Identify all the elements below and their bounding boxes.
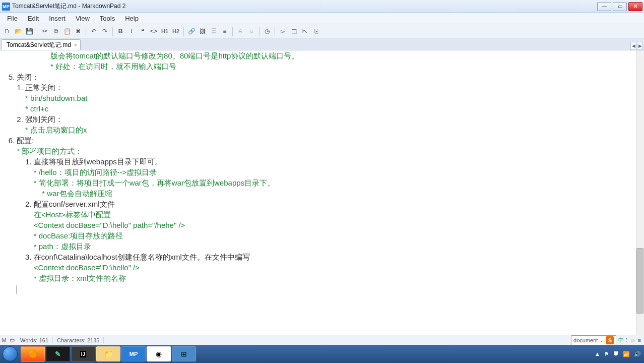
menu-file[interactable]: File bbox=[2, 14, 23, 23]
tray-dots-icon[interactable]: ⁝ bbox=[626, 337, 628, 343]
taskbar-markdownpad[interactable]: MP bbox=[121, 346, 146, 361]
export-icon[interactable]: ⇱ bbox=[300, 26, 310, 36]
tray-menu-icon[interactable]: ≡ bbox=[638, 337, 641, 343]
menu-edit[interactable]: Edit bbox=[23, 14, 44, 23]
code-icon[interactable]: <> bbox=[149, 26, 159, 36]
menu-insert[interactable]: Insert bbox=[44, 14, 71, 23]
tray-volume-icon[interactable]: 🔊 bbox=[634, 351, 641, 357]
browser-icon[interactable]: ⎘ bbox=[311, 26, 321, 36]
taskbar: 🟠 ✎ IJ 📁 MP ◉ ⊞ ▲ ⚑ ⛊ 📶 🔊 bbox=[0, 345, 644, 363]
ime-indicator[interactable]: document ⌄ S bbox=[571, 335, 616, 345]
scroll-thumb[interactable] bbox=[636, 248, 643, 314]
tab-close-icon[interactable]: × bbox=[74, 42, 77, 48]
separator bbox=[183, 27, 184, 36]
copy-icon[interactable]: ⧉ bbox=[51, 26, 61, 36]
menu-tools[interactable]: Tools bbox=[95, 14, 120, 23]
menu-bar: File Edit Insert View Tools Help bbox=[0, 13, 644, 24]
tab-bar: Tomcat&Servlet笔记.md × ◀ ▶ bbox=[0, 38, 644, 50]
text-cursor bbox=[17, 285, 17, 294]
app-icon: MP bbox=[2, 3, 10, 11]
tab-scroll-left-icon[interactable]: ◀ bbox=[630, 42, 636, 50]
start-button[interactable] bbox=[0, 345, 20, 363]
taskbar-intellij[interactable]: IJ bbox=[71, 346, 95, 361]
title-bar: MP Tomcat&Servlet笔记.md - MarkdownPad 2 —… bbox=[0, 0, 644, 13]
editor-area[interactable]: 版会将tomcat的默认端口号修改为80。80端口号是http协议的默认端口号。… bbox=[0, 50, 644, 335]
menu-view[interactable]: View bbox=[71, 14, 95, 23]
minimize-button[interactable]: — bbox=[597, 2, 611, 11]
tab-label: Tomcat&Servlet笔记.md bbox=[7, 41, 71, 49]
separator bbox=[259, 27, 260, 36]
font-small-icon[interactable]: a bbox=[246, 26, 256, 36]
sogou-icon: S bbox=[606, 336, 614, 344]
link-icon[interactable]: 🔗 bbox=[186, 26, 197, 36]
ul-icon[interactable]: ☰ bbox=[209, 26, 219, 36]
tray-up-icon[interactable]: ▲ bbox=[595, 351, 600, 357]
bold-icon[interactable]: B bbox=[115, 26, 125, 36]
ime-doc-label: document bbox=[573, 337, 598, 343]
tray-network-icon[interactable]: 📶 bbox=[623, 351, 630, 357]
tab-document[interactable]: Tomcat&Servlet笔记.md × bbox=[1, 39, 81, 50]
system-tray[interactable]: ▲ ⚑ ⛊ 📶 🔊 bbox=[595, 351, 644, 357]
font-large-icon[interactable]: A bbox=[235, 26, 245, 36]
book-icon: ▭ bbox=[8, 337, 16, 343]
tray-emoji-icon[interactable]: ☺ bbox=[630, 337, 635, 343]
tray-flag-icon[interactable]: ⚑ bbox=[604, 351, 609, 357]
taskbar-app-2[interactable]: ✎ bbox=[46, 346, 70, 361]
image-icon[interactable]: 🖼 bbox=[198, 26, 208, 36]
separator bbox=[232, 27, 233, 36]
quote-icon[interactable]: ❝ bbox=[138, 26, 148, 36]
h2-button[interactable]: H2 bbox=[171, 26, 181, 36]
taskbar-app-1[interactable]: 🟠 bbox=[21, 346, 45, 361]
timestamp-icon[interactable]: ◷ bbox=[262, 26, 272, 36]
char-count: Characters: 2135 bbox=[53, 337, 104, 343]
separator bbox=[86, 27, 86, 36]
word-count: Words: 161 bbox=[16, 337, 53, 343]
markdown-icon: M bbox=[0, 337, 8, 343]
taskbar-app-7[interactable]: ⊞ bbox=[172, 346, 196, 361]
h1-button[interactable]: H1 bbox=[160, 26, 170, 36]
save-icon[interactable]: 💾 bbox=[24, 26, 34, 36]
open-file-icon[interactable]: 📂 bbox=[13, 26, 23, 36]
ol-icon[interactable]: ≡ bbox=[220, 26, 230, 36]
paste-icon[interactable]: 📋 bbox=[62, 26, 72, 36]
status-bar: M ▭ Words: 161 Characters: 2135 document… bbox=[0, 335, 644, 345]
separator bbox=[275, 27, 275, 36]
separator bbox=[37, 27, 37, 36]
preview-icon[interactable]: ▻ bbox=[278, 26, 288, 36]
maximize-button[interactable]: ▭ bbox=[613, 2, 627, 11]
close-button[interactable]: ✕ bbox=[628, 2, 642, 11]
delete-icon[interactable]: ✖ bbox=[73, 26, 83, 36]
undo-icon[interactable]: ↶ bbox=[89, 26, 99, 36]
taskbar-explorer[interactable]: 📁 bbox=[96, 346, 120, 361]
italic-icon[interactable]: I bbox=[126, 26, 137, 36]
cut-icon[interactable]: ✂ bbox=[40, 26, 50, 36]
ime-lang-icon[interactable]: 中 bbox=[618, 336, 624, 344]
window-title: Tomcat&Servlet笔记.md - MarkdownPad 2 bbox=[12, 2, 125, 11]
redo-icon[interactable]: ↷ bbox=[100, 26, 110, 36]
separator bbox=[112, 27, 113, 36]
menu-help[interactable]: Help bbox=[120, 14, 144, 23]
tray-shield-icon[interactable]: ⛊ bbox=[613, 351, 619, 357]
tab-scroll-right-icon[interactable]: ▶ bbox=[637, 42, 643, 50]
vertical-scrollbar[interactable] bbox=[636, 50, 644, 335]
split-icon[interactable]: ◫ bbox=[289, 26, 299, 36]
toolbar: 🗋 📂 💾 ✂ ⧉ 📋 ✖ ↶ ↷ B I ❝ <> H1 H2 🔗 🖼 ☰ ≡… bbox=[0, 24, 644, 38]
new-file-icon[interactable]: 🗋 bbox=[2, 26, 12, 36]
taskbar-chrome[interactable]: ◉ bbox=[147, 346, 171, 361]
